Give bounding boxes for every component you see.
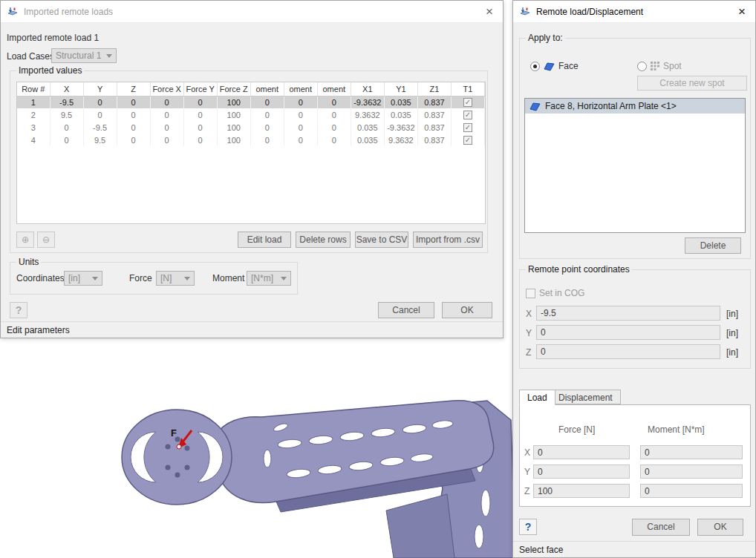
row-include-checkbox[interactable]: ✓ [451,121,484,134]
column-header[interactable]: Row # [17,82,50,96]
column-header[interactable]: Y [83,82,117,96]
table-cell[interactable]: 0.837 [417,121,451,134]
row-include-checkbox[interactable]: ✓ [451,108,484,121]
table-cell[interactable]: -9.5 [83,121,117,134]
table-cell[interactable]: 0 [317,121,351,134]
moment-x-input[interactable] [640,445,743,459]
cancel-button[interactable]: Cancel [632,519,690,536]
remote-y-input[interactable] [536,325,720,340]
table-cell[interactable]: 9.5 [50,108,83,121]
table-cell[interactable]: 0 [150,96,183,108]
delete-button[interactable]: Delete [685,237,741,254]
table-cell[interactable]: 0 [83,108,117,121]
table-cell[interactable]: 0 [150,121,183,134]
table-cell[interactable]: 0 [150,108,183,121]
table-row[interactable]: 1-9.50000100000-9.36320.0350.837✓ [17,96,485,108]
table-cell[interactable]: 0 [284,96,317,108]
column-header[interactable]: oment [317,82,351,96]
moment-z-input[interactable] [640,484,743,498]
face-radio[interactable]: Face [530,61,579,71]
save-to-csv-button[interactable]: Save to CSV [355,232,408,248]
table-cell[interactable]: 0 [83,96,117,108]
table-cell[interactable]: 2 [17,108,50,121]
table-cell[interactable]: 0 [284,134,317,146]
table-cell[interactable]: 0 [317,134,351,146]
close-icon[interactable]: × [482,5,497,18]
zoom-in-button[interactable]: ⊕ [16,232,34,248]
table-cell[interactable]: 0.837 [417,108,451,121]
edit-load-button[interactable]: Edit load [238,232,291,248]
column-header[interactable]: Y1 [384,82,417,96]
column-header[interactable]: X [50,82,83,96]
table-row[interactable]: 30-9.50001000000.035-9.36320.837✓ [17,121,485,134]
column-header[interactable]: X1 [351,82,384,96]
import-from-csv-button[interactable]: Import from .csv [413,232,483,248]
cad-model[interactable]: F [104,384,520,558]
table-cell[interactable]: 0 [284,108,317,121]
tab-displacement[interactable]: Displacement [550,390,621,404]
table-cell[interactable]: 100 [217,134,250,146]
table-cell[interactable]: 0 [250,134,284,146]
column-header[interactable]: oment [284,82,317,96]
table-cell[interactable]: 100 [217,96,250,108]
force-unit-select[interactable]: [N] [156,271,195,286]
row-include-checkbox[interactable]: ✓ [451,134,484,146]
delete-rows-button[interactable]: Delete rows [296,232,351,248]
tab-load[interactable]: Load [519,390,555,405]
table-cell[interactable]: 0 [284,121,317,134]
table-cell[interactable]: 9.3632 [351,108,384,121]
column-header[interactable]: oment [250,82,284,96]
table-cell[interactable]: 0 [183,96,217,108]
table-cell[interactable]: -9.5 [50,96,83,108]
column-header[interactable]: T1 [451,82,484,96]
zoom-out-button[interactable]: ⊖ [37,232,55,248]
table-cell[interactable]: 0 [250,108,284,121]
table-cell[interactable]: 1 [17,96,50,108]
set-in-cog-checkbox[interactable]: Set in COG [526,288,584,298]
table-cell[interactable]: 0.035 [351,121,384,134]
load-cases-select[interactable]: Structural 1 [51,48,117,63]
table-cell[interactable]: 0 [250,121,284,134]
moment-unit-select[interactable]: [N*m] [247,271,291,286]
column-header[interactable]: Force X [150,82,183,96]
apply-to-list[interactable]: Face 8, Horizontal Arm Plate <1> [524,98,746,233]
column-header[interactable]: Z [117,82,150,96]
table-cell[interactable]: 0.035 [384,108,417,121]
remote-z-input[interactable] [536,344,720,359]
table-cell[interactable]: 0 [117,96,150,108]
table-cell[interactable]: 0 [117,121,150,134]
cancel-button[interactable]: Cancel [378,302,434,318]
spot-radio[interactable]: Spot [637,61,682,71]
table-cell[interactable]: -9.3632 [351,96,384,108]
table-cell[interactable]: 0 [317,96,351,108]
table-cell[interactable]: 0.837 [417,96,451,108]
table-cell[interactable]: 0.837 [417,134,451,146]
help-button[interactable]: ? [519,519,537,535]
table-cell[interactable]: 100 [217,121,250,134]
row-include-checkbox[interactable]: ✓ [451,96,484,108]
table-cell[interactable]: 0 [117,108,150,121]
table-cell[interactable]: 0 [183,134,217,146]
table-cell[interactable]: 4 [17,134,50,146]
table-cell[interactable]: 0 [183,121,217,134]
table-cell[interactable]: 0 [50,121,83,134]
ok-button[interactable]: OK [697,519,743,536]
table-row[interactable]: 409.50001000000.0359.36320.837✓ [17,134,485,146]
create-new-spot-button[interactable]: Create new spot [637,76,747,91]
table-cell[interactable]: 0.035 [384,96,417,108]
face-list-item[interactable]: Face 8, Horizontal Arm Plate <1> [525,99,745,114]
table-cell[interactable]: 0 [250,96,284,108]
table-cell[interactable]: 9.5 [83,134,117,146]
table-cell[interactable]: 9.3632 [384,134,417,146]
moment-y-input[interactable] [640,465,743,479]
table-cell[interactable]: 0 [150,134,183,146]
table-cell[interactable]: 0.035 [351,134,384,146]
column-header[interactable]: Z1 [417,82,451,96]
close-icon[interactable]: × [734,5,749,18]
table-cell[interactable]: 0 [50,134,83,146]
table-row[interactable]: 29.500001000009.36320.0350.837✓ [17,108,485,121]
force-x-input[interactable] [533,445,630,459]
table-cell[interactable]: 100 [217,108,250,121]
column-header[interactable]: Force Z [217,82,250,96]
table-cell[interactable]: -9.3632 [384,121,417,134]
